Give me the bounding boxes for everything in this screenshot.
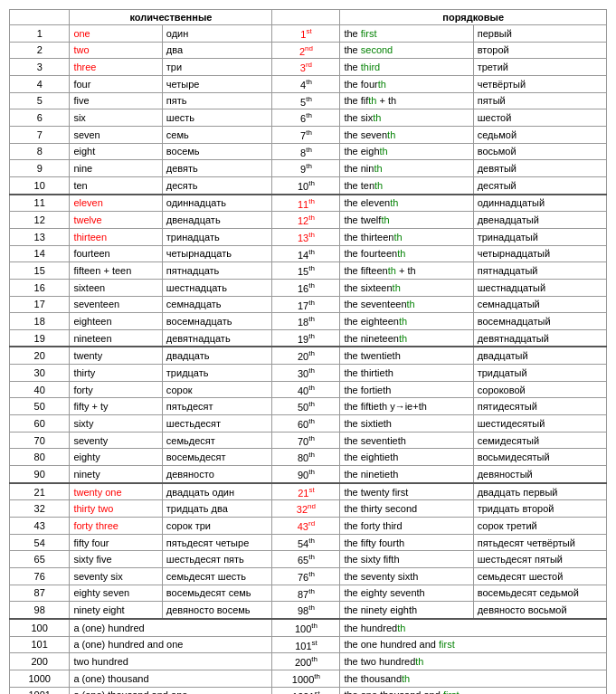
ordinal-russian: девяносто восьмой (473, 602, 606, 619)
russian-word: тридцать (162, 365, 272, 382)
russian-word: семьдесят (162, 432, 272, 449)
table-row: 90ninetyдевяносто90ththe ninetiethдевяно… (10, 466, 607, 483)
number-cell: 50 (10, 398, 70, 415)
number-cell: 1000 (10, 670, 70, 687)
ordinal-number: 70th (272, 432, 340, 449)
ordinal-number: 1st (272, 25, 340, 43)
russian-word: десять (162, 176, 272, 194)
number-cell: 98 (10, 602, 70, 619)
english-word: one (70, 25, 162, 43)
ordinal-english: the thirteenth (340, 228, 473, 245)
english-word: seventy six (70, 568, 162, 585)
ordinal-english: the ninetieth (340, 466, 473, 483)
ordinal-number: 13th (272, 228, 340, 245)
ordinal-russian: семьдесят шестой (473, 568, 606, 585)
english-word: eighteen (70, 313, 162, 330)
english-word: seventy (70, 432, 162, 449)
table-row: 43forty threeсорок три43rdthe forty thir… (10, 518, 607, 535)
russian-word: восемьдесят семь (162, 585, 272, 602)
ordinal-russian: восемнадцатый (473, 313, 606, 330)
ordinal-english: the ninety eighth (340, 602, 473, 619)
russian-word: двенадцать (162, 212, 272, 229)
ordinal-number: 1000th (272, 670, 340, 687)
ordinal-english: the second (340, 42, 473, 59)
ordinal-russian: шестидесятый (473, 415, 606, 433)
ordinal-russian: двадцать первый (473, 483, 606, 500)
russian-word: восемь (162, 143, 272, 160)
ordinal-number: 5th (272, 92, 340, 109)
number-cell: 21 (10, 483, 70, 500)
number-cell: 5 (10, 92, 70, 109)
english-word: eleven (70, 195, 162, 212)
ordinal-english: the eightieth (340, 449, 473, 466)
ordinal-russian: пятидесятый (473, 398, 606, 415)
ordinal-english: the twenty first (340, 483, 473, 500)
english-word: twenty one (70, 483, 162, 500)
ordinal-english: the fifth + th (340, 92, 473, 109)
ordinal-russian: сороковой (473, 381, 606, 398)
ordinal-english: the twentieth (340, 347, 473, 364)
ordinal-english: the one thousand and first (340, 687, 607, 694)
number-cell: 1001 (10, 687, 70, 694)
ordinal-russian: двенадцатый (473, 212, 606, 229)
russian-word: семь (162, 126, 272, 143)
number-cell: 14 (10, 245, 70, 262)
table-row: 8eightвосемь8ththe eighthвосьмой (10, 143, 607, 160)
ordinal-english: the sixth (340, 109, 473, 127)
ordinal-english: the seventieth (340, 432, 473, 449)
number-cell: 1 (10, 25, 70, 43)
ordinal-russian: десятый (473, 176, 606, 194)
table-row: 50fifty + tyпятьдесят50ththe fiftieth y→… (10, 398, 607, 415)
ordinal-english: the one hundred and first (340, 636, 607, 653)
ordinal-english: the thirtieth (340, 365, 473, 382)
number-cell: 30 (10, 365, 70, 382)
table-row: 60sixtyшестьдесят60ththe sixtiethшестиде… (10, 415, 607, 433)
table-row: 21twenty oneдвадцать один21stthe twenty … (10, 483, 607, 500)
number-cell: 65 (10, 551, 70, 568)
ordinal-russian: девятнадцатый (473, 329, 606, 347)
number-cell: 100 (10, 619, 70, 636)
ordinal-number: 60th (272, 415, 340, 433)
russian-word: пятьдесят четыре (162, 534, 272, 551)
ordinal-number: 15th (272, 262, 340, 280)
ordinal-russian: седьмой (473, 126, 606, 143)
ordinal-russian: шестьдесят пятый (473, 551, 606, 568)
ordinal-number: 2nd (272, 42, 340, 59)
ordinal-english: the sixteenth (340, 279, 473, 296)
ordinal-number: 20th (272, 347, 340, 364)
english-word: eighty (70, 449, 162, 466)
ordinal-number: 98th (272, 602, 340, 619)
ordinal-number: 32nd (272, 500, 340, 518)
russian-word: шестьдесят пять (162, 551, 272, 568)
table-row: 2twoдва2ndthe secondвторой (10, 42, 607, 59)
table-row: 7sevenсемь7ththe seventhседьмой (10, 126, 607, 143)
ordinal-russian: тринадцатый (473, 228, 606, 245)
number-cell: 90 (10, 466, 70, 483)
ordinal-number: 10th (272, 176, 340, 194)
ordinal-english: the thousandth (340, 670, 607, 687)
table-row: 13thirteenтринадцать13ththe thirteenthтр… (10, 228, 607, 245)
table-row: 3threeтри3rdthe thirdтретий (10, 59, 607, 76)
russian-word: сорок (162, 381, 272, 398)
ordinal-english: the seventh (340, 126, 473, 143)
number-cell: 12 (10, 212, 70, 229)
table-row: 80eightyвосемьдесят80ththe eightiethвось… (10, 449, 607, 466)
table-row: 1000a (one) thousand1000ththe thousandth (10, 670, 607, 687)
ordinal-number: 21st (272, 483, 340, 500)
ordinal-russian: тридцать второй (473, 500, 606, 518)
russian-word: семьдесят шесть (162, 568, 272, 585)
english-word: four (70, 75, 162, 92)
number-cell: 87 (10, 585, 70, 602)
table-row: 5fiveпять5ththe fifth + thпятый (10, 92, 607, 109)
ordinal-number: 76th (272, 568, 340, 585)
table-row: 200two hundred200ththe two hundredth (10, 653, 607, 670)
ordinal-english: the tenth (340, 176, 473, 194)
ordinal-english: the eighth (340, 143, 473, 160)
english-word: thirty two (70, 500, 162, 518)
english-word: forty three (70, 518, 162, 535)
russian-word: один (162, 25, 272, 43)
ordinal-english: the two hundredth (340, 653, 607, 670)
ordinal-number: 14th (272, 245, 340, 262)
table-row: 1001a (one) thousand and one1001stthe on… (10, 687, 607, 694)
english-word: twenty (70, 347, 162, 364)
